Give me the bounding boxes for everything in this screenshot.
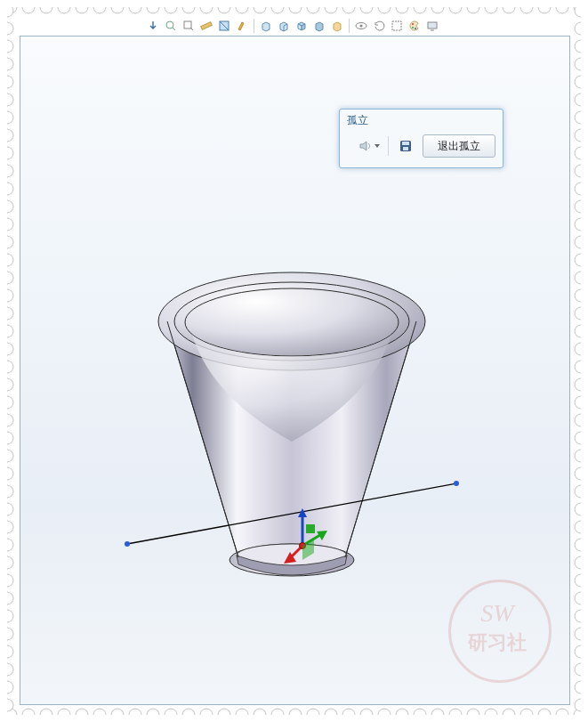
svg-point-130: [575, 556, 581, 569]
svg-point-23: [200, 7, 213, 13]
svg-point-89: [7, 200, 13, 213]
svg-point-28: [236, 709, 248, 715]
svg-point-143: [7, 681, 13, 694]
svg-point-72: [575, 40, 581, 53]
svg-point-112: [575, 396, 581, 409]
svg-point-141: [7, 663, 13, 676]
svg-point-33: [289, 7, 302, 13]
select-icon[interactable]: [389, 18, 405, 34]
isolate-panel: 孤立 退出孤立: [339, 109, 503, 168]
palette-icon[interactable]: [407, 18, 423, 34]
svg-marker-167: [298, 508, 307, 517]
svg-point-114: [575, 414, 581, 426]
svg-point-95: [7, 254, 13, 266]
svg-point-110: [575, 378, 581, 391]
svg-rect-149: [201, 22, 213, 30]
svg-point-108: [575, 361, 581, 373]
svg-point-34: [289, 709, 302, 715]
svg-point-119: [7, 467, 13, 480]
svg-point-81: [7, 129, 13, 142]
cube-color-icon[interactable]: [329, 18, 345, 34]
svg-point-53: [467, 7, 479, 13]
svg-point-142: [575, 663, 581, 676]
svg-point-20: [165, 709, 177, 715]
svg-point-15: [129, 7, 141, 13]
cube-dd-icon[interactable]: [276, 18, 292, 34]
save-icon-button[interactable]: [392, 134, 419, 158]
svg-point-47: [414, 7, 426, 13]
svg-point-133: [7, 592, 13, 604]
svg-point-84: [575, 147, 581, 159]
svg-point-165: [454, 481, 459, 486]
svg-point-125: [7, 521, 13, 533]
svg-point-145: [7, 699, 13, 711]
svg-point-75: [7, 76, 13, 88]
isolate-panel-title: 孤立: [340, 110, 503, 130]
svg-point-1: [7, 7, 17, 13]
cube-iso-icon[interactable]: [294, 18, 310, 34]
svg-point-80: [575, 111, 581, 124]
svg-point-94: [575, 236, 581, 248]
chisel-icon[interactable]: [234, 18, 250, 34]
svg-point-51: [449, 7, 462, 13]
origin-triad[interactable]: [283, 508, 336, 571]
separator: [349, 19, 350, 33]
svg-point-62: [538, 709, 551, 715]
svg-point-147: [166, 21, 173, 28]
svg-point-43: [378, 7, 391, 13]
svg-point-123: [7, 503, 13, 515]
svg-point-22: [182, 709, 195, 715]
svg-point-128: [575, 539, 581, 551]
svg-point-6: [40, 709, 52, 715]
speaker-dropdown-button[interactable]: [347, 134, 384, 158]
svg-point-25: [218, 7, 230, 13]
svg-point-58: [503, 709, 515, 715]
svg-point-30: [254, 709, 266, 715]
exit-isolate-button[interactable]: 退出孤立: [423, 134, 495, 158]
zoom-fit-icon[interactable]: [163, 18, 179, 34]
svg-point-124: [575, 503, 581, 515]
monitor-icon[interactable]: [424, 18, 440, 34]
svg-point-8: [58, 709, 70, 715]
svg-point-85: [7, 165, 13, 177]
svg-point-7: [58, 7, 70, 13]
ruler-icon[interactable]: [198, 18, 214, 34]
svg-rect-157: [428, 22, 437, 28]
svg-point-91: [7, 218, 13, 231]
svg-point-131: [7, 574, 13, 587]
svg-rect-176: [403, 147, 408, 150]
separator: [254, 19, 254, 33]
svg-point-48: [414, 709, 426, 715]
svg-point-16: [129, 709, 141, 715]
svg-point-103: [7, 325, 13, 337]
cube-front-icon[interactable]: [258, 18, 274, 34]
svg-point-79: [7, 111, 13, 124]
svg-point-19: [165, 7, 177, 13]
section-icon[interactable]: [216, 18, 232, 34]
svg-point-32: [271, 709, 284, 715]
svg-point-78: [575, 93, 581, 106]
eye-icon[interactable]: [353, 18, 369, 34]
svg-point-5: [40, 7, 52, 13]
arrow-down-icon[interactable]: [145, 18, 161, 34]
svg-point-55: [485, 7, 497, 13]
svg-point-35: [307, 7, 319, 13]
svg-point-27: [236, 7, 248, 13]
svg-point-65: [574, 7, 581, 13]
svg-point-26: [218, 709, 230, 715]
zoom-area-icon[interactable]: [181, 18, 197, 34]
cube-shade-icon[interactable]: [311, 18, 327, 34]
svg-point-93: [7, 236, 13, 248]
svg-point-39: [342, 7, 355, 13]
svg-point-164: [125, 541, 130, 547]
exit-isolate-label: 退出孤立: [438, 139, 480, 154]
svg-point-9: [76, 7, 88, 13]
refresh-icon[interactable]: [371, 18, 387, 34]
svg-point-102: [575, 307, 581, 320]
svg-rect-170: [306, 524, 315, 533]
svg-point-98: [575, 272, 581, 284]
svg-point-107: [7, 361, 13, 373]
svg-point-42: [360, 709, 373, 715]
svg-point-38: [325, 709, 337, 715]
svg-point-21: [182, 7, 195, 13]
